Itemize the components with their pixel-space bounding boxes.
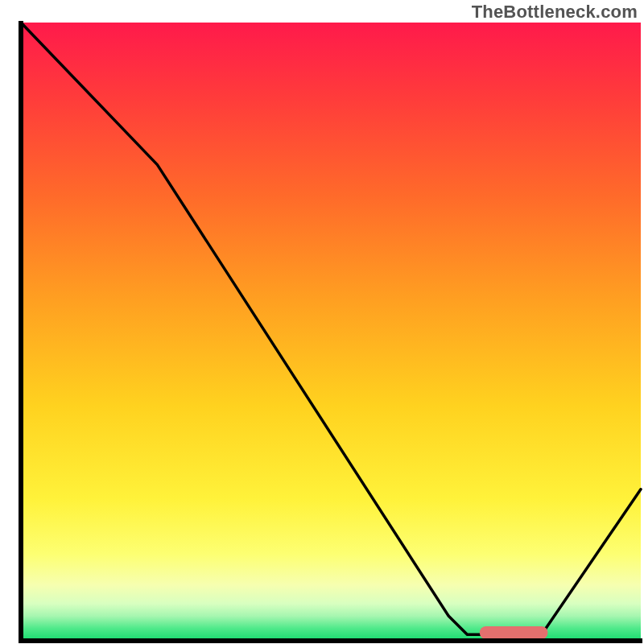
chart-container: TheBottleneck.com — [0, 0, 644, 644]
optimum-marker — [480, 626, 548, 639]
plot-background — [21, 23, 641, 641]
bottleneck-chart — [0, 0, 644, 644]
watermark-text: TheBottleneck.com — [472, 2, 638, 23]
